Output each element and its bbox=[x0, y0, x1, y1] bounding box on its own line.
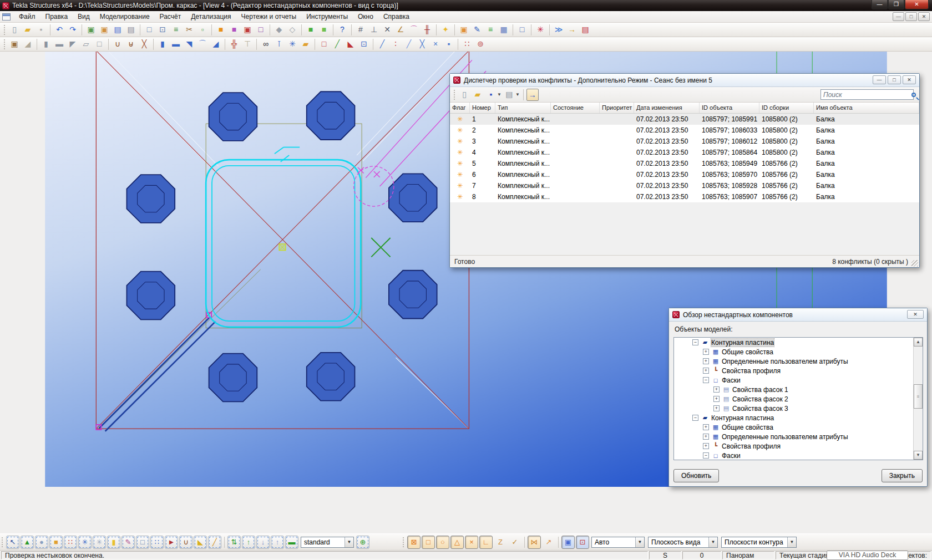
points-parallel-icon[interactable]: ╱ bbox=[403, 38, 415, 50]
tree-item-label[interactable]: Свойства фасок 3 bbox=[732, 405, 788, 413]
points-vertical-icon[interactable]: ∷ bbox=[461, 38, 473, 50]
scroll-up-icon[interactable]: ▲ bbox=[914, 338, 923, 347]
column-header-4[interactable]: Состояние bbox=[551, 103, 600, 113]
point-x-icon[interactable]: × bbox=[429, 38, 442, 50]
chevron-down-icon[interactable]: ▼ bbox=[635, 537, 644, 547]
steel-slab-icon[interactable]: ◢ bbox=[210, 38, 222, 50]
bolt-measure-icon[interactable]: ╫ bbox=[421, 24, 433, 36]
bolt-octagon[interactable] bbox=[389, 271, 437, 319]
snap-u-toggle[interactable]: ∪ bbox=[179, 536, 193, 549]
chevron-down-icon[interactable]: ▼ bbox=[708, 537, 717, 547]
tree-item-label[interactable]: Свойства фасок 1 bbox=[732, 386, 788, 394]
save-session-icon[interactable]: ▪ bbox=[485, 89, 497, 101]
steel-polybeam-icon[interactable]: ◥ bbox=[183, 38, 195, 50]
menu-10[interactable]: Справка bbox=[378, 12, 414, 22]
expand-icon[interactable]: + bbox=[703, 368, 709, 374]
column-header-6[interactable]: Дата изменения bbox=[634, 103, 700, 113]
pin-icon[interactable]: ✦ bbox=[439, 24, 452, 36]
tree-item-1[interactable]: −▰Контурная пластина bbox=[674, 338, 923, 347]
title-bar[interactable]: Tekla Structures x64 - D:\TeklaStructure… bbox=[0, 0, 932, 11]
tree-item-9[interactable]: −▰Контурная пластина bbox=[674, 413, 923, 422]
column-header-1[interactable]: Флаг bbox=[450, 103, 470, 113]
item-hand-icon[interactable]: ⊎ bbox=[125, 38, 137, 50]
expand-icon[interactable]: + bbox=[713, 386, 720, 393]
redo-icon[interactable]: ↷ bbox=[67, 24, 79, 36]
contour-planes-combo[interactable]: Плоскости контура▼ bbox=[721, 537, 797, 548]
clash-dialog-titlebar[interactable]: Диспетчер проверки на конфликты - Дополн… bbox=[450, 74, 919, 87]
tree-item-13[interactable]: −□Фаски bbox=[674, 451, 923, 460]
browser-close-button[interactable]: ✕ bbox=[907, 310, 924, 319]
snap-circle-btn[interactable]: ○ bbox=[436, 536, 449, 549]
clash-close-button[interactable]: ✕ bbox=[903, 75, 916, 84]
clamp-icon[interactable]: ⊺ bbox=[273, 38, 285, 50]
menu-8[interactable]: Инструменты bbox=[301, 12, 353, 22]
menu-2[interactable]: Правка bbox=[40, 12, 73, 22]
new-model-icon[interactable]: ▯ bbox=[8, 24, 21, 36]
clash-table-header[interactable]: ФлагНомерТипСостояниеПриоритетДата измен… bbox=[450, 103, 919, 114]
tree-item-label[interactable]: Общие свойства bbox=[722, 424, 773, 431]
clash-minimize-button[interactable]: — bbox=[873, 75, 886, 84]
snap-square-btn[interactable]: □ bbox=[422, 536, 435, 549]
clash-row-1[interactable]: ✳1Комплексный к...07.02.2013 23:50108579… bbox=[450, 114, 919, 125]
tree-item-label[interactable]: Свойства профиля bbox=[722, 367, 781, 375]
snap-points-toggle[interactable]: ▲ bbox=[21, 536, 34, 549]
bolt-octagon[interactable] bbox=[209, 354, 257, 402]
steel-beam-icon[interactable]: ▬ bbox=[170, 38, 182, 50]
snap-sphere-toggle[interactable]: ● bbox=[35, 536, 48, 549]
binoculars-icon[interactable]: ∞ bbox=[260, 38, 272, 50]
dropdown-arrow-icon[interactable]: ▼ bbox=[497, 92, 502, 97]
clash-row-8[interactable]: ✳8Комплексный к...07.02.2013 23:50108576… bbox=[450, 191, 919, 202]
tree-item-label[interactable]: Контурная пластина bbox=[711, 339, 774, 347]
ref-cube-btn[interactable]: ⊡ bbox=[576, 536, 589, 549]
collapse-icon[interactable]: − bbox=[692, 415, 698, 421]
child-restore-button[interactable]: □ bbox=[905, 12, 917, 21]
snap-frame-toggle[interactable]: □ bbox=[136, 536, 149, 549]
clash-row-6[interactable]: ✳6Комплексный к...07.02.2013 23:50108576… bbox=[450, 169, 919, 180]
close-button[interactable]: ✕ bbox=[905, 0, 929, 9]
snap-hourglass-btn[interactable]: ⋈ bbox=[528, 536, 541, 549]
grid-up-toggle[interactable]: ↑ bbox=[271, 536, 284, 549]
selection-filter-combo[interactable]: standard▼ bbox=[301, 537, 354, 548]
menu-4[interactable]: Моделирование bbox=[95, 12, 155, 22]
collapse-icon[interactable]: − bbox=[692, 339, 698, 345]
tree-item-11[interactable]: +▦Определенные пользователем атрибуты bbox=[674, 432, 923, 441]
check-model-toggle[interactable]: ⊕ bbox=[356, 536, 369, 549]
item-u-icon[interactable]: ∪ bbox=[112, 38, 124, 50]
beam-icon[interactable]: ▬ bbox=[53, 38, 65, 50]
clash-search-input[interactable] bbox=[821, 91, 911, 99]
tree-item-8[interactable]: +▤Свойства фасок 3 bbox=[674, 404, 923, 413]
task-list-icon[interactable]: ≡ bbox=[484, 24, 497, 36]
select-area-icon[interactable]: ▫ bbox=[196, 24, 209, 36]
select-cursor-toggle[interactable]: ↖ bbox=[6, 536, 19, 549]
expand-icon[interactable]: + bbox=[713, 396, 720, 402]
tree-scrollbar[interactable]: ▲ ≡ ▼ bbox=[913, 338, 923, 460]
dropdown-arrow-icon[interactable]: ▼ bbox=[515, 92, 520, 97]
tree-item-6[interactable]: +▤Свойства фасок 1 bbox=[674, 385, 923, 394]
cut-line-icon[interactable]: ╱ bbox=[331, 38, 343, 50]
snap-cross-btn[interactable]: × bbox=[465, 536, 478, 549]
expand-icon[interactable]: + bbox=[703, 358, 709, 364]
search-icon[interactable] bbox=[911, 93, 916, 97]
save-model-icon[interactable]: ▪ bbox=[35, 24, 47, 36]
menu-9[interactable]: Окно bbox=[353, 12, 378, 22]
clash-row-7[interactable]: ✳7Комплексный к...07.02.2013 23:50108576… bbox=[450, 180, 919, 191]
mesh-icon[interactable]: ╳ bbox=[138, 38, 150, 50]
arc-measure-icon[interactable]: ⌒ bbox=[408, 24, 420, 36]
intersect-icon[interactable]: ╳ bbox=[416, 38, 428, 50]
restore-button[interactable]: ❐ bbox=[888, 0, 904, 9]
ortho-cube-btn[interactable]: ▣ bbox=[561, 536, 575, 549]
anchor-icon[interactable]: ⊤ bbox=[241, 38, 254, 50]
expand-icon[interactable]: + bbox=[703, 349, 709, 355]
paste-icon[interactable]: ▤ bbox=[112, 24, 124, 36]
child-minimize-button[interactable]: — bbox=[893, 12, 904, 21]
snap-endpoint-btn[interactable]: ⊠ bbox=[407, 536, 421, 549]
resize-grip[interactable] bbox=[911, 260, 918, 267]
snap-fine-toggle[interactable]: ✳ bbox=[78, 536, 92, 549]
expand-icon[interactable]: + bbox=[703, 443, 709, 449]
bolt-octagon[interactable] bbox=[126, 175, 175, 223]
snap-corner-toggle[interactable]: ∷ bbox=[150, 536, 164, 549]
snap-grid-toggle[interactable]: ∷ bbox=[64, 536, 77, 549]
clash-row-2[interactable]: ✳2Комплексный к...07.02.2013 23:50108579… bbox=[450, 125, 919, 136]
grid-down-toggle[interactable]: ↓ bbox=[256, 536, 270, 549]
open-session-icon[interactable]: ▰ bbox=[472, 89, 484, 101]
